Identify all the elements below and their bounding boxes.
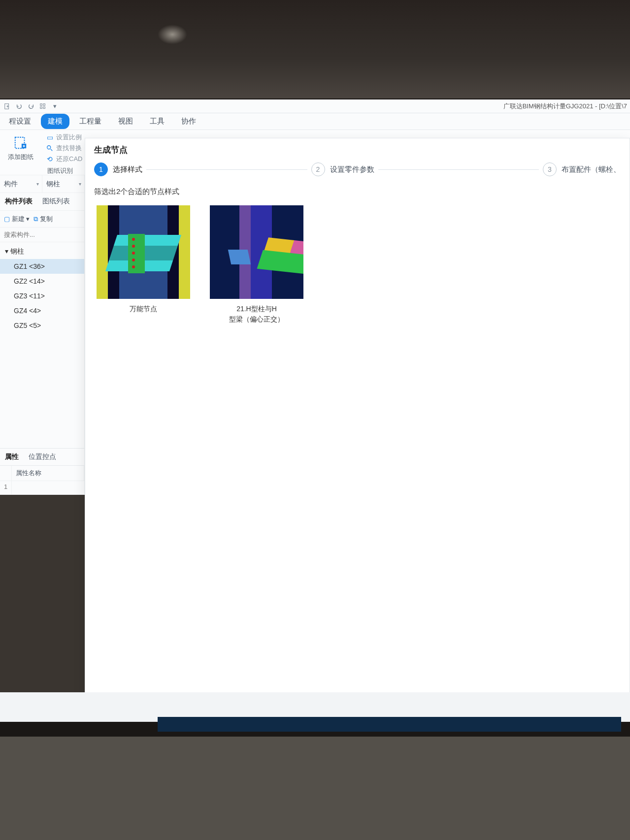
add-drawing-icon [12,134,30,152]
find-replace-button[interactable]: 查找替换 [45,144,82,153]
node-style-hcolumn-hbeam-label: 21.H型柱与H 型梁（偏心正交） [229,304,284,324]
svg-rect-1 [40,103,42,105]
add-drawing-button[interactable]: 添加图纸 [5,133,36,162]
ribbon-group-label: 图纸识别 [45,166,82,175]
ruler-icon: ▭ [45,133,54,142]
tree-item-gz3[interactable]: GZ3 <11> [0,289,84,303]
step-1-circle: 1 [94,162,108,176]
qat-more-icon[interactable]: ▾ [50,102,59,111]
step-2-circle: 2 [311,162,325,176]
props-col-name: 属性名称 [12,466,84,481]
step-3-label: 布置配件（螺栓、 [562,165,621,174]
dialog-title: 生成节点 [85,138,630,160]
restore-cad-label: 还原CAD [56,155,82,163]
step-line-1 [146,169,307,170]
tree-item-gz2[interactable]: GZ2 <14> [0,274,84,289]
app-title: 广联达BIM钢结构计量GJG2021 - [D:\位置\7 [503,102,627,111]
tab-properties[interactable]: 属性 [0,449,24,465]
redo-icon[interactable] [27,102,35,111]
tree-item-gz4[interactable]: GZ4 <4> [0,303,84,318]
restore-cad-button[interactable]: ⟲ 还原CAD [45,155,82,163]
titlebar: ▾ 广联达BIM钢结构计量GJG2021 - [D:\位置\7 [0,99,630,113]
step-1-label: 选择样式 [113,165,142,174]
new-component-button[interactable]: ▢ 新建 ▾ [4,215,30,224]
left-panel: 构件 钢柱 构件列表 图纸列表 ▢ 新建 ▾ ⧉ 复制 [0,175,85,495]
find-replace-label: 查找替换 [56,144,82,153]
add-drawing-label: 添加图纸 [8,153,33,162]
svg-rect-4 [43,106,45,108]
type-dropdown-component[interactable]: 构件 [0,175,42,193]
step-3[interactable]: 3 布置配件（螺栓、 [543,162,621,176]
menu-collab[interactable]: 协作 [174,114,203,129]
step-line-2 [378,169,539,170]
monitor-bezel-top [0,0,630,98]
search-icon [45,144,54,153]
tree-item-gz5[interactable]: GZ5 <5> [0,318,84,333]
svg-rect-2 [43,103,45,105]
props-header: 属性名称 [0,466,84,481]
tab-drawing-list[interactable]: 图纸列表 [37,193,75,210]
properties-panel: 属性 位置控点 属性名称 1 [0,448,84,495]
component-search[interactable] [0,227,84,242]
node-style-hcolumn-hbeam[interactable]: 21.H型柱与H 型梁（偏心正交） [207,205,306,324]
menu-bar: 程设置 建模 工程量 视图 工具 协作 [0,113,630,130]
step-2-label: 设置零件参数 [330,165,374,174]
step-2[interactable]: 2 设置零件参数 [311,162,374,176]
component-tree: ▾ 钢柱 GZ1 <36> GZ2 <14> GZ3 <11> GZ4 <4> … [0,242,84,335]
menu-tools[interactable]: 工具 [143,114,171,129]
type-selectors: 构件 钢柱 [0,175,84,193]
component-toolbar: ▢ 新建 ▾ ⧉ 复制 [0,211,84,227]
wizard-steps: 1 选择样式 2 设置零件参数 3 布置配件（螺栓、 [85,160,630,185]
new-file-icon[interactable] [3,102,12,111]
ribbon-group-drawing: 添加图纸 [5,133,36,162]
tree-item-gz1[interactable]: GZ1 <36> [0,259,84,274]
props-row-num: 1 [0,481,12,494]
tree-root[interactable]: ▾ 钢柱 [0,244,84,259]
set-scale-button[interactable]: ▭ 设置比例 [45,133,82,142]
node-style-universal-thumb [97,205,190,299]
props-row-1[interactable]: 1 [0,481,84,495]
menu-quantities[interactable]: 工程量 [72,114,108,129]
search-input[interactable] [4,231,80,238]
svg-point-7 [47,146,51,149]
copy-component-button[interactable]: ⧉ 复制 [33,215,53,224]
type-dropdown-steel-column[interactable]: 钢柱 [42,175,84,193]
set-scale-label: 设置比例 [56,133,82,142]
node-style-universal-label: 万能节点 [130,304,157,314]
tab-position-control[interactable]: 位置控点 [24,449,61,465]
undo-icon[interactable] [15,102,24,111]
copy-icon: ⧉ [33,215,38,223]
component-tabs: 构件列表 图纸列表 [0,193,84,211]
node-style-hcolumn-hbeam-thumb [210,205,303,299]
tab-component-list[interactable]: 构件列表 [0,193,37,210]
new-icon: ▢ [4,215,10,223]
restore-icon: ⟲ [45,155,54,163]
node-style-universal[interactable]: 万能节点 [94,205,193,324]
menu-view[interactable]: 视图 [111,114,140,129]
step-1[interactable]: 1 选择样式 [94,162,142,176]
svg-rect-3 [40,106,42,108]
generate-node-dialog: 生成节点 1 选择样式 2 设置零件参数 3 布置配件（螺栓、 筛选出2个合适的… [85,138,630,840]
ribbon-small-list: ▭ 设置比例 查找替换 ⟲ 还原CAD 图纸识别 [45,133,82,175]
filter-result-text: 筛选出2个合适的节点样式 [85,185,630,201]
props-tabs: 属性 位置控点 [0,449,84,466]
node-style-grid: 万能节点 21.H型柱与H 型梁（偏心正交） [85,201,630,328]
step-3-circle: 3 [543,162,557,176]
menu-modeling[interactable]: 建模 [41,114,69,129]
menu-program-settings[interactable]: 程设置 [2,114,38,129]
props-table: 属性名称 1 [0,466,84,495]
grid-icon[interactable] [38,102,47,111]
